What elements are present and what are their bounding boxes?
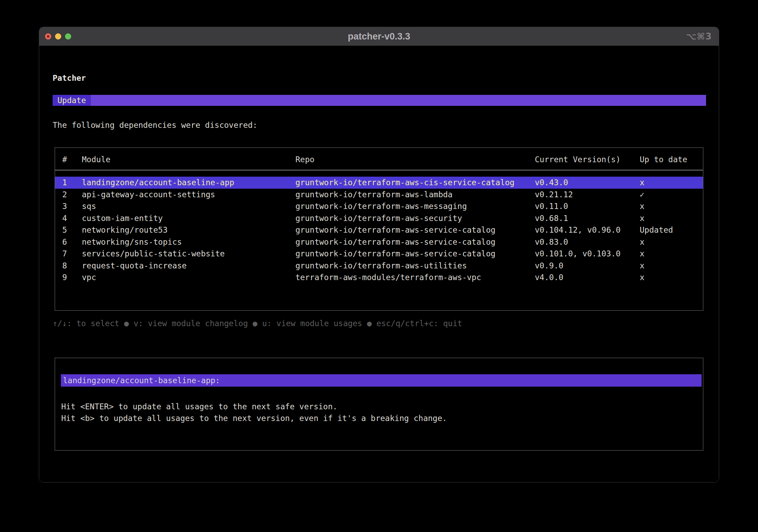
row-versions: v0.104.12, v0.96.0 [535,225,640,234]
zoom-button[interactable] [65,33,71,40]
row-repo: gruntwork-io/terraform-aws-service-catal… [295,237,535,246]
table-rows: 1 landingzone/account-baseline-app grunt… [55,177,703,284]
row-repo: gruntwork-io/terraform-aws-service-catal… [295,249,535,258]
detail-instructions: Hit <ENTER> to update all usages to the … [61,401,447,424]
row-status: ✓ [640,190,703,199]
selected-module-title: landingzone/account-baseline-app: [61,374,702,387]
row-module: landingzone/account-baseline-app [82,178,295,187]
keyboard-shortcut-badge: ⌥⌘3 [686,27,712,46]
page-title: Patcher [53,74,86,82]
row-versions: v4.0.0 [535,273,640,282]
dependency-table: # Module Repo Current Version(s) Up to d… [55,147,703,311]
column-header-versions: Current Version(s) [535,155,640,164]
table-row[interactable]: 7 services/public-static-website gruntwo… [55,248,703,260]
row-module: sqs [82,202,295,211]
row-status: x [640,261,703,270]
row-repo: gruntwork-io/terraform-aws-messaging [295,202,535,211]
row-module: networking/route53 [82,225,295,234]
row-versions: v0.101.0, v0.103.0 [535,249,640,258]
row-num: 5 [62,225,82,234]
table-row[interactable]: 1 landingzone/account-baseline-app grunt… [55,177,703,189]
column-header-num: # [62,155,82,164]
column-header-module: Module [82,155,295,164]
row-repo: gruntwork-io/terraform-aws-lambda [295,190,535,199]
row-num: 7 [62,249,82,258]
row-versions: v0.21.12 [535,190,640,199]
detail-instruction-line: Hit <ENTER> to update all usages to the … [61,401,447,412]
row-module: api-gateway-account-settings [82,190,295,199]
row-versions: v0.9.0 [535,261,640,270]
row-num: 4 [62,214,82,223]
row-status: x [640,178,703,187]
table-row[interactable]: 5 networking/route53 gruntwork-io/terraf… [55,224,703,236]
row-repo: terraform-aws-modules/terraform-aws-vpc [295,273,535,282]
row-status: Updated [640,225,703,234]
row-status: x [640,214,703,223]
detail-instruction-line: Hit <b> to update all usages to the next… [61,412,447,424]
table-row[interactable]: 4 custom-iam-entity gruntwork-io/terrafo… [55,212,703,224]
tab-bar: Update [53,95,706,106]
column-header-repo: Repo [295,155,535,164]
table-row[interactable]: 8 request-quota-increase gruntwork-io/te… [55,260,703,272]
table-row[interactable]: 3 sqs gruntwork-io/terraform-aws-messagi… [55,200,703,212]
minimize-button[interactable] [55,33,61,40]
row-num: 1 [62,178,82,187]
header-separator [55,170,703,170]
tab-update[interactable]: Update [53,95,91,106]
row-module: custom-iam-entity [82,214,295,223]
titlebar[interactable]: patcher-v0.3.3 ⌥⌘3 [39,27,719,46]
row-module: request-quota-increase [82,261,295,270]
row-num: 8 [62,261,82,270]
table-row[interactable]: 2 api-gateway-account-settings gruntwork… [55,189,703,201]
table-header: # Module Repo Current Version(s) Up to d… [55,148,703,170]
row-module: services/public-static-website [82,249,295,258]
row-num: 6 [62,237,82,246]
row-versions: v0.43.0 [535,178,640,187]
table-row[interactable]: 9 vpc terraform-aws-modules/terraform-aw… [55,271,703,284]
row-status: x [640,202,703,211]
row-module: networking/sns-topics [82,237,295,246]
row-status: x [640,273,703,282]
row-status: x [640,249,703,258]
column-header-uptodate: Up to date [640,155,703,164]
row-repo: gruntwork-io/terraform-aws-utilities [295,261,535,270]
keybinding-help: ↑/↓: to select ● v: view module changelo… [53,319,462,328]
terminal-content: Patcher Update The following dependencie… [39,46,719,482]
row-num: 2 [62,190,82,199]
intro-text: The following dependencies were discover… [53,121,257,130]
row-versions: v0.83.0 [535,237,640,246]
row-num: 9 [62,273,82,282]
window-title: patcher-v0.3.3 [348,31,410,42]
row-module: vpc [82,273,295,282]
row-repo: gruntwork-io/terraform-aws-cis-service-c… [295,178,535,187]
module-detail-panel: landingzone/account-baseline-app: Hit <E… [55,358,703,451]
window-controls [45,27,71,46]
row-repo: gruntwork-io/terraform-aws-security [295,214,535,223]
row-status: x [640,237,703,246]
row-num: 3 [62,202,82,211]
close-button[interactable] [45,33,51,40]
row-repo: gruntwork-io/terraform-aws-service-catal… [295,225,535,234]
terminal-window: patcher-v0.3.3 ⌥⌘3 Patcher Update The fo… [39,27,719,483]
row-versions: v0.11.0 [535,202,640,211]
row-versions: v0.68.1 [535,214,640,223]
table-row[interactable]: 6 networking/sns-topics gruntwork-io/ter… [55,236,703,248]
